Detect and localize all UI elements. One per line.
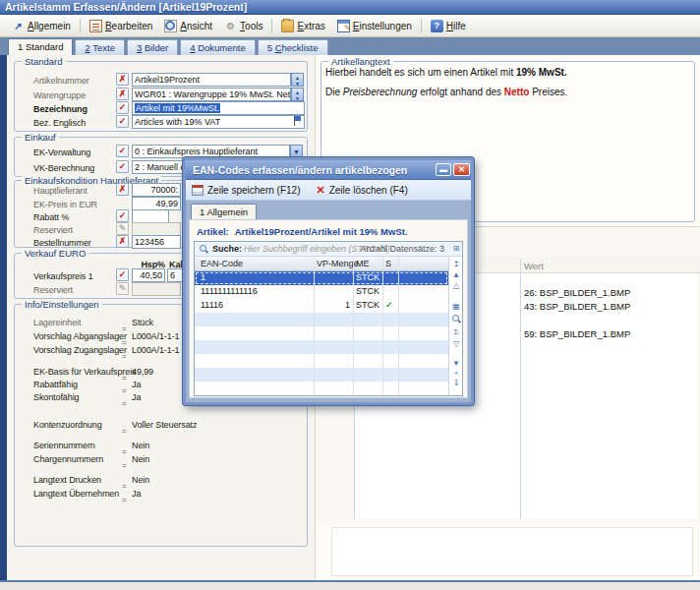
tab-checkliste[interactable]: 5 Checkliste <box>258 39 328 55</box>
check-icon[interactable]: ✓ <box>116 160 129 173</box>
window-bottom-border <box>0 580 700 582</box>
info-value: Stück <box>132 318 153 327</box>
bez-englisch-input[interactable]: Articles with 19% VAT <box>132 115 305 129</box>
record-count-label: Anzahl Datensätze: 3 <box>360 244 444 254</box>
group-title: Standard <box>22 56 66 67</box>
ek-verwaltung-label: EK-Verwaltung <box>33 148 90 157</box>
menu-separator <box>421 19 422 32</box>
warengruppe-spinner[interactable]: ▲▼ <box>291 88 304 101</box>
sum-icon[interactable]: Σ <box>449 327 463 337</box>
menu-label: Tools <box>240 21 262 31</box>
bez-englisch-label: Bez. Englisch <box>33 118 86 128</box>
menu-item-ansicht[interactable]: Ansicht <box>158 18 218 34</box>
ek-verwaltung-dropdown-button[interactable]: ▼ <box>290 145 303 158</box>
tab-standard[interactable]: 1 Standard <box>8 38 73 55</box>
rabatt-input[interactable] <box>132 209 169 223</box>
hauptlieferant-input[interactable]: 70000: <box>132 183 181 197</box>
scroll-bottom-icon[interactable]: ↧ <box>449 379 463 388</box>
check-icon[interactable]: ✓ <box>116 209 129 222</box>
column-divider <box>353 257 354 395</box>
group-title: Info/Einstellungen <box>22 299 102 310</box>
menu-separator <box>80 19 81 32</box>
left-accent-bar <box>0 55 7 580</box>
required-x-icon[interactable]: ✗ <box>116 88 129 100</box>
info-value: Nein <box>132 475 149 485</box>
info-value: L000A/1-1-1 <box>132 331 179 341</box>
grid-empty-row[interactable] <box>195 313 448 326</box>
grid-row[interactable]: 1111111111116 STCK <box>195 285 448 299</box>
grid-empty-row[interactable] <box>195 382 448 395</box>
menu-item-extras[interactable]: Extras <box>275 18 330 34</box>
ean-grid: Suche: Hier Suchbegriff eingeben (STRG+S… <box>194 241 463 396</box>
column-chooser-icon[interactable]: ⊞ <box>449 244 463 254</box>
grid-row-selected[interactable]: 1 STCK <box>195 271 448 285</box>
page-up-icon[interactable]: △ <box>449 281 463 291</box>
language-flag-icon[interactable] <box>293 116 302 127</box>
scroll-up-icon[interactable]: ▲ <box>449 270 463 280</box>
tab-bilder[interactable]: 3 Bilder <box>127 39 178 55</box>
grid-empty-row[interactable] <box>195 326 448 340</box>
grid-empty-row[interactable] <box>195 354 448 368</box>
search-icon[interactable] <box>449 315 463 326</box>
menu-item-einstellungen[interactable]: Einstellungen <box>331 18 418 34</box>
columns-icon[interactable]: ▦ <box>449 302 463 312</box>
grid-empty-row[interactable] <box>195 368 448 382</box>
equals-sign <box>122 454 127 472</box>
check-icon[interactable]: ✓ <box>116 268 129 281</box>
menu-bar: ↗ Allgemein Bearbeiten Ansicht ⚙ Tools E… <box>0 15 700 37</box>
arrow-up-right-icon: ↗ <box>12 20 25 32</box>
bottom-detail-strip <box>331 527 693 576</box>
ek-preis-input[interactable]: 49,99 <box>132 197 181 210</box>
close-icon[interactable]: ✕ <box>453 163 470 176</box>
tab-dokumente[interactable]: 4 Dokumente <box>180 39 256 55</box>
grid-side-toolbar: ⊞ ↥ ▲ △ ▦ Σ ▽ ▼ + ↧ <box>448 257 462 395</box>
delete-row-button[interactable]: Zeile löschen (F4) <box>329 185 408 196</box>
scroll-down-icon[interactable]: ▼ <box>449 359 463 369</box>
wert-row[interactable]: 26: BSP_BILDER_1.BMP <box>524 287 630 298</box>
wert-row[interactable]: 43: BSP_BILDER_1.BMP <box>524 301 630 312</box>
tab-texte[interactable]: 2 Texte <box>75 39 124 55</box>
warengruppe-input[interactable]: WGR01 : Warengruppe 19% MwSt. Netto <box>132 88 291 101</box>
grid-search-bar[interactable]: Suche: Hier Suchbegriff eingeben (STRG+S… <box>195 242 462 257</box>
dialog-title-bar[interactable]: EAN-Codes erfassen/ändern artikelbezogen <box>186 160 471 180</box>
help-icon: ? <box>431 20 443 32</box>
info-label: Seriennummern <box>33 441 95 450</box>
verkaufspreis-hsp-input[interactable]: 40,50 <box>132 268 165 282</box>
required-x-icon[interactable]: ✗ <box>116 73 129 86</box>
required-x-icon[interactable]: ✗ <box>116 183 129 196</box>
column-header-ean[interactable]: EAN-Code <box>201 259 243 268</box>
bestellnummer-input[interactable]: 123456 <box>132 235 181 249</box>
artikelnummer-input[interactable]: Artikel19Prozent <box>132 73 291 87</box>
grid-header-row: EAN-Code VP-Menge ME S <box>195 257 462 271</box>
vk-berechnung-label: VK-Berechnung <box>33 163 94 173</box>
menu-item-allgemein[interactable]: ↗ Allgemein <box>6 18 77 34</box>
grid-empty-row[interactable] <box>195 340 448 354</box>
menu-label: Ansicht <box>180 21 212 31</box>
ek-verwaltung-select[interactable]: 0 : Einkaufspreis Hauptlieferant <box>132 145 290 158</box>
artikelnummer-spinner[interactable]: ▲▼ <box>291 73 304 87</box>
column-divider <box>382 257 383 395</box>
info-label: Lagereinheit <box>33 318 81 327</box>
info-label: Chargennummern <box>33 454 103 464</box>
wert-row[interactable]: 59: BSP_BILDER_1.BMP <box>524 328 630 339</box>
scroll-top-icon[interactable]: ↥ <box>449 260 463 269</box>
add-row-icon[interactable]: + <box>449 369 463 379</box>
column-header-s[interactable]: S <box>385 259 391 268</box>
window-title: Artikelstamm Erfassen/Ändern [Artikel19P… <box>0 0 700 15</box>
save-row-button[interactable]: Zeile speichern (F12) <box>207 185 300 196</box>
dialog-tab-allgemein[interactable]: 1 Allgemein <box>191 204 257 219</box>
menu-item-tools[interactable]: ⚙ Tools <box>218 18 268 34</box>
check-icon[interactable]: ✓ <box>116 101 129 114</box>
menu-item-hilfe[interactable]: ? Hilfe <box>425 18 472 34</box>
check-icon[interactable]: ✓ <box>116 115 129 128</box>
required-x-icon[interactable]: ✗ <box>116 235 129 248</box>
column-header-me[interactable]: ME <box>356 259 370 268</box>
artikelnummer-label: Artikelnummer <box>33 76 89 86</box>
filter-icon[interactable]: ▽ <box>449 339 463 349</box>
grid-row[interactable]: 11116 1 STCK ✓ <box>195 299 448 313</box>
minimize-button[interactable]: ▬ <box>436 163 451 176</box>
menu-item-bearbeiten[interactable]: Bearbeiten <box>84 18 158 34</box>
check-icon[interactable]: ✓ <box>116 145 129 157</box>
search-icon <box>200 245 208 254</box>
bezeichnung-input[interactable]: Artikel mit 19%MwSt. <box>132 101 305 115</box>
